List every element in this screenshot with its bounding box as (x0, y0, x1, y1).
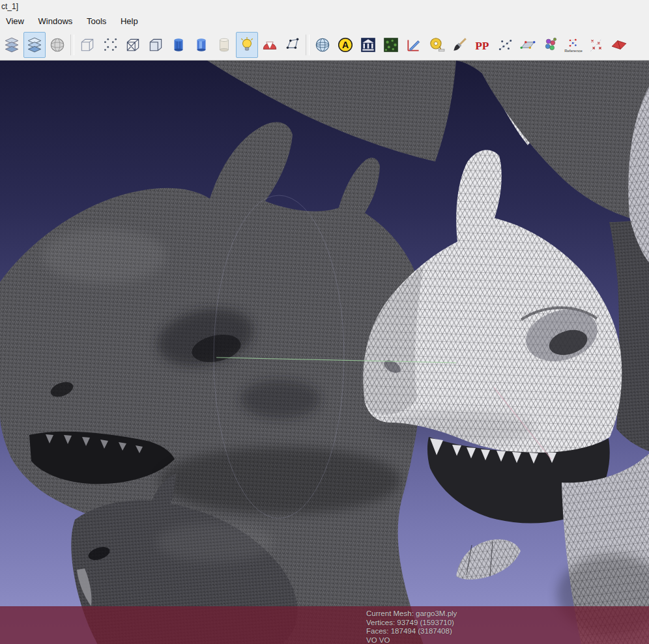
reference-points-button[interactable]: Reference (562, 32, 584, 58)
vertices-label: Vertices: 93749 (1593710) (366, 619, 640, 628)
edge-select-button[interactable] (281, 32, 304, 58)
flat-shading-button[interactable] (167, 32, 190, 58)
light-bulb-icon (238, 36, 255, 53)
fit-plane-button[interactable] (517, 32, 539, 58)
smooth-shading-button[interactable] (190, 32, 212, 58)
bounding-box-button[interactable] (76, 32, 98, 58)
backface-culling-button[interactable] (259, 32, 281, 58)
menu-view[interactable]: View (0, 13, 30, 29)
texture-shading-button[interactable] (213, 32, 235, 58)
red-plane-icon (611, 36, 627, 53)
layers-stack-icon (3, 36, 20, 53)
menu-help[interactable]: Help (115, 13, 144, 29)
show-layers-dialog-button[interactable] (23, 32, 46, 58)
menu-tools[interactable]: Tools (81, 13, 112, 29)
museum-icon (360, 36, 377, 53)
fit-plane-icon (519, 36, 536, 53)
svg-text:A: A (342, 40, 349, 50)
mesh-render[interactable] (0, 61, 649, 644)
points-mode-icon (102, 36, 119, 53)
green-texture-button[interactable] (380, 32, 402, 58)
hud-partial-line: VO VO (366, 636, 640, 644)
edge-select-icon (284, 36, 301, 53)
paint-brush-button[interactable] (448, 32, 470, 58)
points-mode-button[interactable] (99, 32, 121, 58)
menu-windows[interactable]: Windows (33, 13, 79, 29)
smooth-shading-icon (193, 36, 210, 53)
menu-bar: View Windows Tools Help (0, 13, 649, 30)
backface-culling-icon (261, 36, 278, 53)
wireframe-mode-button[interactable] (122, 32, 144, 58)
marker-select-button[interactable] (585, 32, 607, 58)
flat-shading-icon (170, 36, 187, 53)
color-cluster-button[interactable] (540, 32, 562, 58)
wireframe-mode-icon (124, 36, 141, 53)
pick-points-button[interactable]: PP (471, 32, 493, 58)
trackball-sphere-button[interactable] (46, 32, 68, 58)
toolbar: A (0, 30, 649, 61)
mesh-info-overlay: Current Mesh: gargo3M.ply Vertices: 9374… (366, 609, 640, 644)
annotation-a-icon: A (337, 36, 354, 53)
measure-axis-icon (405, 36, 422, 53)
tape-measure-button[interactable] (425, 32, 448, 58)
measure-axis-button[interactable] (403, 32, 425, 58)
current-mesh-label: Current Mesh: gargo3M.ply (366, 609, 640, 619)
color-cluster-icon (542, 36, 559, 53)
title-bar: ct_1] (0, 0, 649, 13)
marker-select-icon (588, 36, 605, 53)
pick-points-icon: PP (474, 36, 491, 53)
faces-label: Faces: 187494 (3187408) (366, 627, 640, 636)
reference-points-icon (567, 37, 580, 50)
lighting-toggle-button[interactable] (236, 32, 258, 58)
reference-label: Reference (564, 49, 583, 53)
toolbar-separator (70, 35, 74, 55)
svg-text:PP: PP (475, 40, 489, 52)
bounding-box-icon (79, 36, 96, 53)
point-cloud-icon (497, 36, 513, 53)
paint-brush-icon (451, 36, 468, 53)
green-texture-icon (382, 36, 399, 53)
point-cloud-button[interactable] (494, 32, 516, 58)
texture-shading-icon (216, 36, 233, 53)
tape-measure-icon (428, 36, 445, 53)
red-plane-button[interactable] (608, 32, 630, 58)
meshlab-window: ct_1] View Windows Tools Help (0, 0, 649, 644)
hidden-lines-icon (147, 36, 164, 53)
layers-dialog-icon (26, 36, 43, 53)
viewport-3d[interactable]: Current Mesh: gargo3M.ply Vertices: 9374… (0, 61, 649, 644)
window-title: ct_1] (1, 2, 18, 11)
toolbar-separator (306, 35, 310, 55)
globe-button[interactable] (311, 32, 334, 58)
museum-align-button[interactable] (357, 32, 379, 58)
layers-stack-button[interactable] (1, 32, 23, 58)
trackball-sphere-icon (49, 36, 66, 53)
annotation-button[interactable]: A (334, 32, 356, 58)
globe-icon (314, 36, 331, 53)
hidden-lines-button[interactable] (145, 32, 167, 58)
